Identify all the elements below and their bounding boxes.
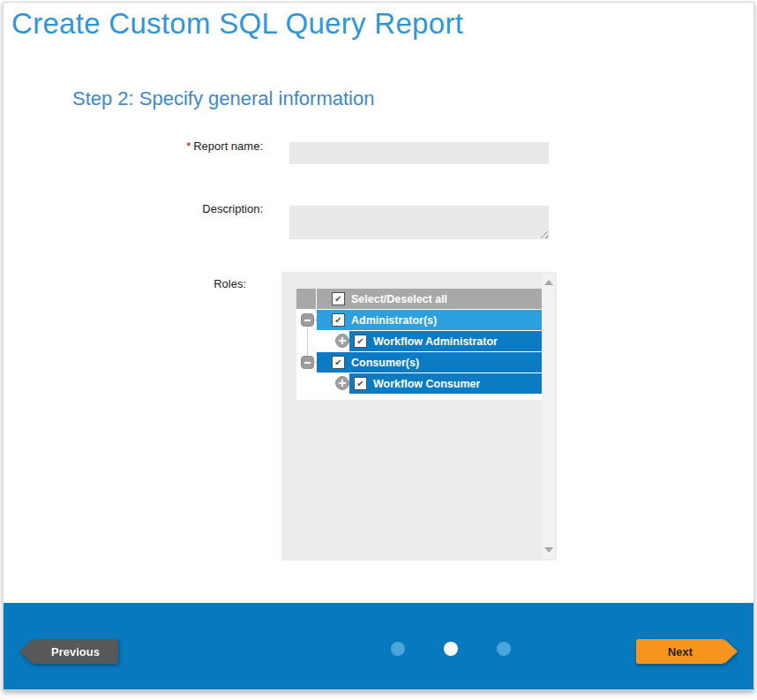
scroll-up-icon[interactable] xyxy=(544,280,553,285)
roles-scrollbar[interactable] xyxy=(542,274,555,559)
next-button[interactable]: Next xyxy=(636,639,724,664)
wizard-footer: Previous Next xyxy=(4,603,753,689)
step-dot-3 xyxy=(497,642,511,656)
tree-row-administrators[interactable]: ✔ Administrator(s) xyxy=(317,310,542,330)
scroll-down-icon[interactable] xyxy=(544,547,553,553)
wizard-panel: Create Custom SQL Query Report Step 2: S… xyxy=(3,2,754,690)
collapse-button[interactable] xyxy=(301,356,314,369)
tree-row-consumers[interactable]: ✔ Consumer(s) xyxy=(317,352,542,373)
step-dot-2-active xyxy=(444,642,458,656)
expand-button[interactable] xyxy=(335,334,349,348)
tree-row-label: Administrator(s) xyxy=(351,314,437,327)
next-button-label: Next xyxy=(668,645,693,659)
description-field-wrap xyxy=(289,206,549,239)
roles-label: Roles: xyxy=(70,277,246,290)
tree-row-workflow-administrator[interactable]: ✔ Workflow Administrator xyxy=(349,331,542,351)
tree-row-label: Workflow Administrator xyxy=(373,335,498,348)
report-name-label: *Report name: xyxy=(86,139,263,153)
step-dot-1 xyxy=(391,642,405,656)
previous-button-label: Previous xyxy=(51,645,100,659)
select-all-row[interactable]: ✔ Select/Deselect all xyxy=(317,289,542,309)
role-checkbox[interactable]: ✔ xyxy=(354,335,367,348)
expand-button[interactable] xyxy=(335,376,349,390)
description-textarea[interactable] xyxy=(289,206,549,239)
tree-row-label: Consumer(s) xyxy=(351,357,419,369)
role-checkbox[interactable]: ✔ xyxy=(354,377,367,390)
collapse-button[interactable] xyxy=(301,313,314,327)
previous-button[interactable]: Previous xyxy=(33,639,118,664)
page-title: Create Custom SQL Query Report xyxy=(11,7,463,41)
required-asterisk: * xyxy=(186,139,191,153)
description-label: Description: xyxy=(86,202,263,215)
role-checkbox[interactable]: ✔ xyxy=(332,356,345,369)
tree-row-label: Workflow Consumer xyxy=(373,378,480,390)
step-indicator xyxy=(391,642,511,656)
report-name-input[interactable] xyxy=(289,142,549,164)
tree-connector-line xyxy=(307,327,308,356)
tree-row-workflow-consumer[interactable]: ✔ Workflow Consumer xyxy=(349,373,542,394)
role-checkbox[interactable]: ✔ xyxy=(332,313,345,327)
select-all-checkbox[interactable]: ✔ xyxy=(332,292,345,305)
step-heading: Step 2: Specify general information xyxy=(72,87,374,110)
roles-listbox: ✔ Select/Deselect all ✔ Administrator(s)… xyxy=(281,272,557,561)
select-all-label: Select/Deselect all xyxy=(351,293,447,305)
tree-header-empty-cell xyxy=(296,289,316,309)
